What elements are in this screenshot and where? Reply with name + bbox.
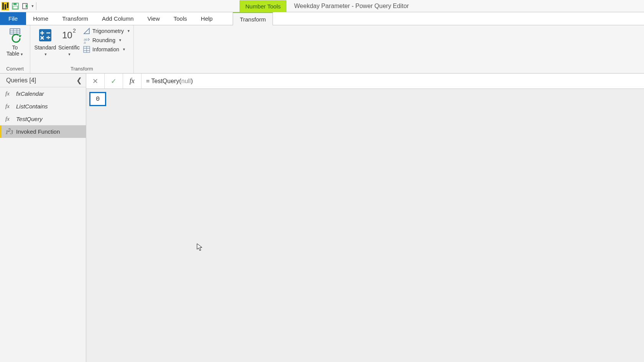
standard-icon — [38, 28, 53, 43]
tab-tools[interactable]: Tools — [167, 12, 194, 25]
queries-header: Queries [4] ❮ — [0, 74, 86, 87]
collapse-pane-icon[interactable]: ❮ — [76, 76, 82, 85]
queries-pane: Queries [4] ❮ fx fxCalendar fx ListConta… — [0, 74, 86, 362]
tab-home[interactable]: Home — [26, 12, 55, 25]
information-label: Information — [92, 46, 119, 52]
tab-add-column[interactable]: Add Column — [95, 12, 141, 25]
formula-text-suffix: ) — [191, 78, 193, 85]
ribbon-body: To Table▼ Convert Standard▼ — [0, 25, 644, 74]
dropdown-caret-icon: ▼ — [20, 52, 23, 56]
app-logo — [1, 2, 10, 11]
rounding-label: Rounding — [92, 37, 115, 43]
rounding-button[interactable]: .00.0 Rounding ▼ — [83, 37, 130, 44]
dropdown-caret-icon: ▼ — [44, 52, 48, 56]
information-button[interactable]: Information ▼ — [83, 46, 130, 53]
quick-access-toolbar: ▼ — [0, 2, 37, 11]
rounding-icon: .00.0 — [83, 37, 90, 44]
tab-transform[interactable]: Transform — [55, 12, 95, 25]
query-item-listcontains[interactable]: fx ListContains — [0, 100, 86, 113]
result-value-cell[interactable]: 0 — [89, 92, 106, 106]
ribbon-group-convert-label: Convert — [3, 66, 27, 72]
formula-text-prefix: = TestQuery( — [146, 78, 181, 85]
tab-view[interactable]: View — [141, 12, 167, 25]
formula-bar: ✕ ✓ fx = TestQuery(null) — [86, 74, 644, 89]
content-area: Queries [4] ❮ fx fxCalendar fx ListConta… — [0, 74, 644, 362]
qat-separator — [36, 2, 36, 10]
tab-help[interactable]: Help — [194, 12, 220, 25]
query-item-invoked-function[interactable]: 123 Invoked Function — [0, 125, 86, 138]
title-bar: ▼ Number Tools Weekday Parameter - Power… — [0, 0, 644, 12]
formula-null-keyword: null — [181, 78, 191, 85]
svg-rect-4 — [10, 29, 20, 34]
ribbon-group-transform: Standard▼ 10 2 Scientific▼ Trigonometry — [30, 25, 134, 73]
function-icon: fx — [5, 116, 13, 122]
cancel-formula-button[interactable]: ✕ — [86, 74, 105, 88]
dropdown-caret-icon: ▼ — [122, 48, 126, 51]
svg-text:.0: .0 — [83, 41, 86, 44]
scientific-button[interactable]: 10 2 Scientific▼ — [57, 27, 81, 57]
tab-contextual-transform[interactable]: Transform — [233, 12, 273, 25]
result-area: 0 — [86, 89, 644, 362]
to-table-label: To Table — [7, 44, 19, 57]
to-table-button[interactable]: To Table▼ — [3, 27, 27, 57]
number-icon: 123 — [5, 128, 13, 136]
ribbon-tabs: File Home Transform Add Column View Tool… — [0, 12, 644, 25]
table-icon — [7, 28, 23, 43]
save-button[interactable] — [11, 2, 20, 11]
function-icon: fx — [5, 103, 13, 110]
svg-point-17 — [48, 38, 49, 39]
window-title: Weekday Parameter - Power Query Editor — [294, 3, 409, 10]
svg-rect-1 — [13, 3, 16, 5]
queries-header-label: Queries [4] — [6, 77, 36, 84]
standard-label: Standard — [34, 44, 56, 51]
fx-icon[interactable]: fx — [123, 74, 141, 88]
svg-rect-2 — [13, 6, 18, 9]
qat-dropdown[interactable]: ▼ — [31, 2, 34, 11]
query-label: TestQuery — [16, 116, 43, 122]
trigonometry-button[interactable]: Trigonometry ▼ — [83, 28, 130, 34]
trigonometry-icon — [83, 28, 90, 34]
scientific-icon: 10 2 — [61, 28, 77, 43]
contextual-group-label: Number Tools — [240, 0, 286, 12]
trigonometry-label: Trigonometry — [92, 28, 124, 34]
scientific-label: Scientific — [58, 44, 80, 51]
information-icon — [83, 46, 90, 53]
dropdown-caret-icon: ▼ — [68, 52, 71, 56]
formula-input[interactable]: = TestQuery(null) — [141, 74, 644, 88]
ribbon-group-convert: To Table▼ Convert — [0, 25, 30, 73]
tab-file[interactable]: File — [0, 12, 26, 25]
query-label: ListContains — [16, 103, 48, 110]
undo-button[interactable] — [21, 2, 30, 11]
query-label: fxCalendar — [16, 90, 44, 97]
confirm-formula-button[interactable]: ✓ — [105, 74, 123, 88]
query-item-testquery[interactable]: fx TestQuery — [0, 113, 86, 125]
contextual-tab-header: Number Tools Weekday Parameter - Power Q… — [240, 0, 409, 12]
dropdown-caret-icon: ▼ — [127, 29, 130, 33]
main-area: ✕ ✓ fx = TestQuery(null) 0 — [86, 74, 644, 362]
ribbon-group-transform-label: Transform — [33, 66, 130, 72]
standard-button[interactable]: Standard▼ — [33, 27, 57, 57]
function-icon: fx — [5, 90, 13, 97]
dropdown-caret-icon: ▼ — [118, 38, 122, 42]
svg-point-16 — [48, 36, 49, 37]
query-label: Invoked Function — [16, 128, 60, 135]
cursor-icon — [197, 243, 202, 252]
query-item-fxcalendar[interactable]: fx fxCalendar — [0, 87, 86, 100]
